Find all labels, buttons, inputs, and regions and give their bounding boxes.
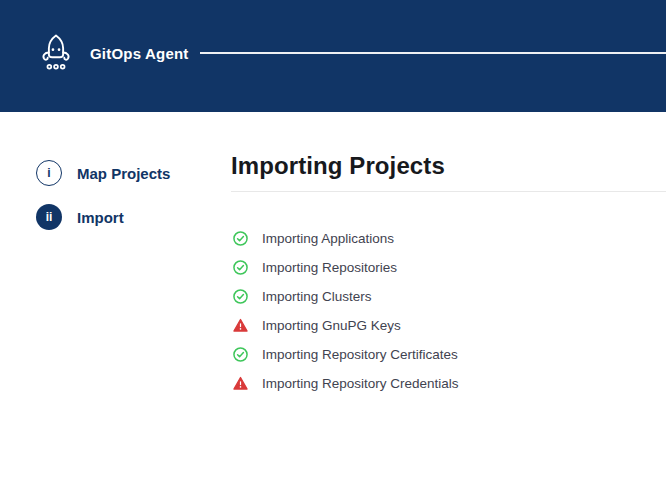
step-number-badge: ii [36,204,62,230]
status-icon-wrap [233,376,248,391]
import-status-row: Importing GnuPG Keys [233,311,459,340]
page-title: Importing Projects [231,150,666,182]
header-rule [200,52,666,54]
import-status-row: Importing Repository Certificates [233,340,459,369]
error-triangle-icon [233,376,248,391]
step-label: Map Projects [77,165,170,182]
step-number: i [47,166,50,180]
app-header: GitOps Agent [0,0,666,112]
success-check-icon [233,231,248,246]
step-label: Import [77,209,124,226]
status-icon-wrap [233,231,248,246]
import-status-row: Importing Repository Credentials [233,369,459,398]
import-status-row: Importing Applications [233,224,459,253]
wizard-steps: i Map Projects ii Import [36,160,170,248]
import-status-row: Importing Clusters [233,282,459,311]
squid-logo-icon [37,33,75,73]
app-title: GitOps Agent [90,45,189,62]
main-content: Importing Projects Importing Application… [231,150,666,182]
status-label: Importing Repository Credentials [262,376,459,391]
status-icon-wrap [233,347,248,362]
import-status-row: Importing Repositories [233,253,459,282]
status-icon-wrap [233,318,248,333]
error-triangle-icon [233,318,248,333]
step-number: ii [46,210,53,224]
status-label: Importing Clusters [262,289,372,304]
status-label: Importing Repositories [262,260,397,275]
status-label: Importing GnuPG Keys [262,318,401,333]
status-icon-wrap [233,260,248,275]
success-check-icon [233,289,248,304]
wizard-step-map-projects[interactable]: i Map Projects [36,160,170,186]
step-number-badge: i [36,160,62,186]
success-check-icon [233,260,248,275]
success-check-icon [233,347,248,362]
status-label: Importing Applications [262,231,394,246]
import-status-list: Importing Applications Importing Reposit… [233,224,459,398]
wizard-step-import[interactable]: ii Import [36,204,170,230]
status-icon-wrap [233,289,248,304]
status-label: Importing Repository Certificates [262,347,458,362]
title-divider [231,191,666,192]
